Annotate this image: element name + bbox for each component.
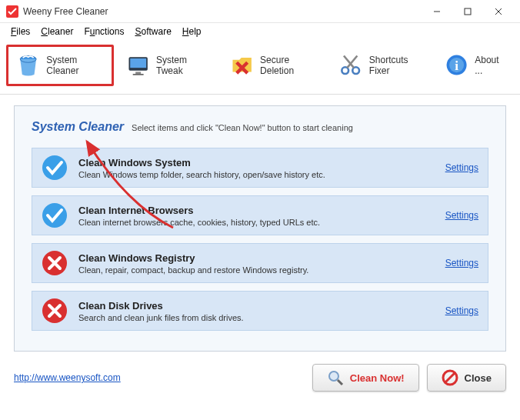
- svg-point-16: [42, 155, 67, 180]
- svg-rect-2: [465, 8, 471, 15]
- button-label: Clean Now!: [350, 372, 405, 384]
- system-cleaner-panel: System Cleaner Select items and click "C…: [14, 105, 506, 352]
- check-icon: [42, 155, 68, 181]
- item-title: Clean Windows System: [78, 157, 438, 168]
- cleaner-item[interactable]: Clean Windows RegistryClean, repair, com…: [32, 243, 488, 283]
- tool-label: System Tweak: [156, 55, 208, 76]
- tool-system-tweak[interactable]: System Tweak: [117, 45, 218, 86]
- settings-link[interactable]: Settings: [445, 258, 478, 268]
- svg-line-23: [445, 373, 455, 382]
- cleaner-item[interactable]: Clean Internet BrowsersClean internet br…: [32, 195, 488, 235]
- info-icon: i: [445, 52, 468, 79]
- svg-point-20: [329, 372, 338, 381]
- tool-secure-deletion[interactable]: Secure Deletion: [221, 45, 327, 86]
- monitor-icon: [126, 52, 150, 79]
- cleaner-item[interactable]: Clean Disk DrivesSearch and clean junk f…: [32, 291, 488, 331]
- menu-cleaner[interactable]: Cleaner: [36, 25, 78, 38]
- cross-icon: [42, 250, 68, 276]
- settings-link[interactable]: Settings: [445, 162, 478, 173]
- menu-files[interactable]: Files: [6, 25, 35, 38]
- settings-link[interactable]: Settings: [445, 210, 478, 221]
- svg-point-17: [42, 203, 67, 228]
- item-title: Clean Internet Browsers: [78, 205, 438, 216]
- window-title: Weeny Free Cleaner: [23, 6, 422, 17]
- svg-line-21: [338, 380, 342, 385]
- svg-rect-8: [130, 58, 146, 68]
- panel-title: System Cleaner: [32, 120, 124, 134]
- close-button[interactable]: [483, 0, 514, 23]
- close-app-button[interactable]: Close: [427, 364, 506, 392]
- svg-text:i: i: [455, 58, 458, 73]
- item-title: Clean Disk Drives: [78, 300, 438, 312]
- prohibit-icon: [442, 369, 458, 386]
- footer: http://www.weenysoft.com Clean Now! Clos…: [0, 356, 520, 399]
- tool-label: About ...: [475, 55, 505, 76]
- tool-shortcuts-fixer[interactable]: Shortcuts Fixer: [329, 45, 432, 86]
- tool-about[interactable]: i About ...: [435, 45, 514, 86]
- item-title: Clean Windows Registry: [78, 252, 438, 264]
- app-icon: [6, 5, 18, 18]
- content-area: System Cleaner Select items and click "C…: [0, 95, 520, 356]
- trash-icon: [16, 52, 40, 79]
- panel-header: System Cleaner Select items and click "C…: [32, 120, 488, 134]
- folder-delete-icon: [230, 52, 254, 79]
- maximize-button[interactable]: [452, 0, 483, 23]
- button-label: Close: [465, 372, 492, 384]
- svg-point-11: [342, 68, 349, 75]
- tool-label: Shortcuts Fixer: [369, 55, 423, 76]
- menubar: Files Cleaner Functions Software Help: [0, 23, 520, 40]
- menu-help[interactable]: Help: [178, 25, 206, 38]
- website-link[interactable]: http://www.weenysoft.com: [14, 372, 121, 383]
- panel-subtitle: Select items and click "Clean Now!" butt…: [132, 123, 353, 132]
- settings-link[interactable]: Settings: [445, 305, 478, 316]
- minimize-button[interactable]: [422, 0, 452, 23]
- item-desc: Search and clean junk files from disk dr…: [78, 313, 438, 322]
- svg-rect-10: [132, 74, 143, 75]
- clean-now-button[interactable]: Clean Now!: [312, 364, 419, 392]
- menu-functions[interactable]: Functions: [79, 25, 128, 38]
- tool-label: System Cleaner: [46, 55, 103, 76]
- svg-point-12: [353, 68, 360, 75]
- titlebar: Weeny Free Cleaner: [0, 0, 520, 23]
- tool-label: Secure Deletion: [260, 55, 317, 76]
- item-desc: Clean Windows temp folder, search histor…: [78, 170, 438, 179]
- check-icon: [42, 202, 68, 228]
- tool-system-cleaner[interactable]: System Cleaner: [6, 45, 114, 86]
- item-text: Clean Disk DrivesSearch and clean junk f…: [78, 300, 438, 322]
- item-text: Clean Internet BrowsersClean internet br…: [78, 205, 438, 227]
- cleaner-item[interactable]: Clean Windows SystemClean Windows temp f…: [32, 148, 488, 188]
- magnifier-icon: [327, 369, 344, 386]
- item-text: Clean Windows SystemClean Windows temp f…: [78, 157, 438, 179]
- scissors-icon: [338, 52, 362, 79]
- item-desc: Clean internet browsers cache, cookies, …: [78, 218, 438, 227]
- svg-rect-9: [135, 72, 141, 75]
- menu-software[interactable]: Software: [130, 25, 175, 38]
- item-text: Clean Windows RegistryClean, repair, com…: [78, 252, 438, 275]
- toolbar: System Cleaner System Tweak Secure Delet…: [0, 40, 520, 95]
- item-desc: Clean, repair, compact, backup and resto…: [78, 265, 438, 275]
- cross-icon: [42, 298, 68, 324]
